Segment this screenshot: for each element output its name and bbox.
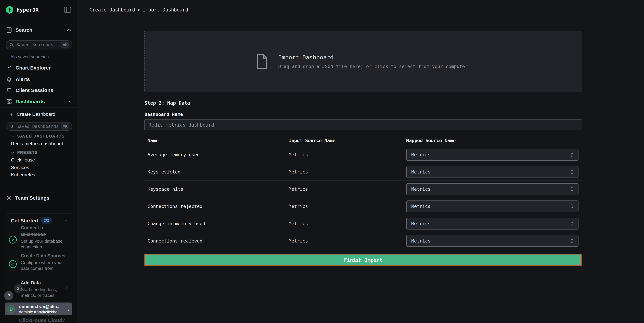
sidebar-item-dashboards[interactable]: Dashboards [0,96,77,107]
user-texts: dominic.tran@clic... dominic.tran@clickh… [19,304,61,315]
row-name: Connections rejected [144,204,289,209]
divider [0,107,77,108]
table-row: Connections rejected Metrics Metrics [144,198,582,215]
get-started-item-subtitle: Set up your database connection [21,238,64,250]
breadcrumb-create-dashboard[interactable]: Create Dashboard [90,7,135,13]
chevron-up-icon [66,28,71,31]
finish-import-button[interactable]: Finish Import [144,254,582,266]
row-input-source: Metrics [289,186,406,192]
sidebar-preset-services[interactable]: Services [11,165,29,170]
sidebar-item-label: Alerts [16,76,30,82]
sidebar-preset-clickhouse[interactable]: ClickHouse [11,157,35,163]
row-name: Change in memory used [144,221,289,226]
sidebar-collapse-icon[interactable] [64,6,72,13]
get-started-item-title: Create Data Sources [21,253,75,259]
saved-dashboards-searchbox[interactable]: ⌘K [6,122,72,131]
column-header-mapped-source: Mapped Source Name [406,138,582,143]
breadcrumb-import-dashboard: Import Dashboard [143,7,188,13]
check-circle-icon [8,260,18,269]
sidebar-item-label: Client Sessions [16,87,53,93]
sidebar-item-label: Dashboards [16,99,45,104]
laptop-icon [6,87,12,93]
step-heading: Step 2: Map Data [144,100,190,106]
dropzone-texts: Import Dashboard Drag and drop a JSON fi… [278,54,470,69]
dashboard-name-label: Dashboard Name [144,112,183,117]
sidebar-dashboard-redis-metrics[interactable]: Redis metrics dashboard [11,141,63,146]
get-started-item-add-data[interactable]: Add Data Start sending logs, metrics, or… [21,280,61,298]
shortcut-badge: ⌘K [61,42,69,48]
select-chevrons-icon [570,221,574,227]
get-started-card: Get Started 2/3 Connect to ClickHouse Se… [6,213,72,303]
finish-import-label: Finish Import [344,257,382,263]
row-name: Average memory used [144,152,289,157]
table-row: Keyspace hits Metrics Metrics [144,181,582,198]
create-dashboard-label: Create Dashboard [17,112,56,117]
select-chevrons-icon [570,186,574,192]
selected-value: Metrics [411,169,430,175]
user-email-subtitle: dominic.tran@clickho... [19,310,61,315]
row-input-source: Metrics [289,238,406,244]
chart-icon [6,65,12,71]
row-name: Keys evicted [144,169,289,175]
select-chevrons-icon [570,169,574,175]
map-data-table: Name Input Source Name Mapped Source Nam… [144,135,582,249]
selected-value: Metrics [411,221,430,226]
column-header-input-source: Input Source Name [289,138,406,143]
saved-searches-searchbox[interactable]: ⌘K [6,40,72,49]
json-dropzone[interactable]: Import Dashboard Drag and drop a JSON fi… [144,31,582,92]
group-header-presets[interactable]: PRESETS [11,150,38,155]
mapped-source-select[interactable]: Metrics [406,183,578,195]
sidebar-preset-kubernetes[interactable]: Kubernetes [11,172,35,178]
saved-dashboards-input[interactable] [16,124,61,129]
group-header-label: PRESETS [17,150,38,155]
mapped-source-select[interactable]: Metrics [406,235,578,247]
sidebar: HyperDX Search ⌘K N [0,0,77,323]
search-icon [9,42,14,47]
mapped-source-select[interactable]: Metrics [406,149,578,161]
row-input-source: Metrics [289,204,406,209]
search-icon [9,124,14,129]
dropzone-inner: Import Dashboard Drag and drop a JSON fi… [256,53,470,70]
row-name: Keyspace hits [144,186,289,192]
row-input-source: Metrics [289,169,406,175]
create-dashboard-button[interactable]: + Create Dashboard [0,110,77,118]
selected-value: Metrics [411,204,430,209]
table-row: Connections recieved Metrics Metrics [144,232,582,249]
avatar: D [7,305,16,314]
table-header-row: Name Input Source Name Mapped Source Nam… [144,135,582,146]
sidebar-item-client-sessions[interactable]: Client Sessions [0,85,77,96]
get-started-item-subtitle: Start sending logs, metrics, or traces [21,287,61,298]
team-settings-button[interactable]: Team Settings [0,194,77,202]
row-name: Connections recieved [144,238,289,244]
hyperdx-logo-icon [6,5,14,14]
chevron-up-icon [66,100,71,103]
group-header-label: SAVED DASHBOARDS [17,134,65,139]
dashboard-name-input[interactable] [144,119,582,130]
arrow-right-icon[interactable] [62,284,68,290]
select-chevrons-icon [570,204,574,209]
journal-icon [6,27,12,33]
sidebar-section-search[interactable]: Search [0,25,77,35]
chevron-down-icon [11,152,14,154]
get-started-item-subtitle: Configure where your data comes from [21,260,66,271]
plus-icon: + [10,112,13,117]
get-started-title: Get Started [11,218,38,224]
group-header-saved-dashboards[interactable]: SAVED DASHBOARDS [11,134,65,139]
selected-value: Metrics [411,152,430,157]
get-started-item-connect[interactable]: Connect to ClickHouse Set up your databa… [21,225,64,250]
topbar: Create Dashboard>Import Dashboard [77,0,644,20]
sidebar-item-alerts[interactable]: Alerts [0,74,77,85]
help-button[interactable]: ? [4,291,13,300]
main-area: Create Dashboard>Import Dashboard Import… [77,0,644,323]
mapped-source-select[interactable]: Metrics [406,201,578,212]
shortcut-badge: ⌘K [61,123,69,130]
get-started-item-sources[interactable]: Create Data Sources Configure where your… [21,253,75,271]
mapped-source-select[interactable]: Metrics [406,218,578,230]
mapped-source-select[interactable]: Metrics [406,166,578,178]
sidebar-item-chart-explorer[interactable]: Chart Explorer [0,62,77,73]
dropzone-subtitle: Drag and drop a JSON file here, or click… [278,64,470,69]
user-account-chip[interactable]: D dominic.tran@clic... dominic.tran@clic… [5,303,72,316]
sidebar-item-label: Chart Explorer [16,65,51,71]
get-started-header[interactable]: Get Started 2/3 [11,217,68,224]
saved-searches-input[interactable] [16,42,61,47]
